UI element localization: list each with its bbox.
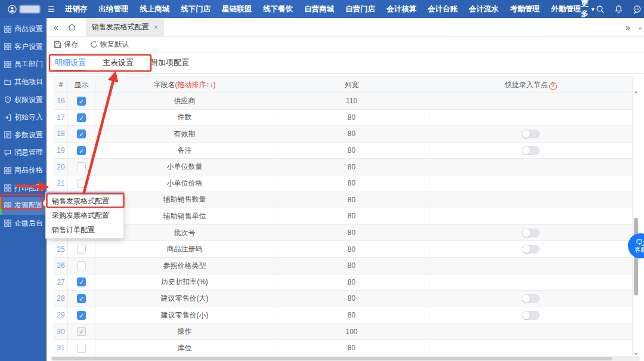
column-width-cell[interactable]: 80 xyxy=(274,192,429,208)
expand-tabs-icon[interactable]: » xyxy=(626,23,629,32)
quick-entry-toggle[interactable] xyxy=(522,146,540,155)
topnav-item[interactable]: 线下门店 xyxy=(181,4,210,14)
show-checkbox[interactable] xyxy=(77,245,86,254)
close-tab-icon[interactable]: × xyxy=(154,23,159,32)
horizontal-scroll-thumb[interactable] xyxy=(52,357,612,360)
topnav-item[interactable]: 出纳管理 xyxy=(98,4,128,14)
topnav-item[interactable]: 会计核算 xyxy=(386,4,416,14)
sidebar-item-客户设置[interactable]: 客户设置 xyxy=(0,38,47,56)
field-name-cell[interactable]: 操作 xyxy=(95,323,274,340)
column-width-cell[interactable]: 80 xyxy=(274,257,429,274)
field-name-cell[interactable]: 有效期 xyxy=(95,126,274,143)
menu-item-销售订单配置[interactable]: 销售订单配置 xyxy=(46,223,123,237)
topnav-item[interactable]: 线上商城 xyxy=(140,4,169,14)
show-checkbox[interactable] xyxy=(77,261,86,270)
show-checkbox[interactable] xyxy=(77,311,86,320)
message-chat-icon[interactable] xyxy=(633,5,642,14)
show-checkbox[interactable] xyxy=(77,162,86,171)
sidebar-item-打印配置[interactable]: 打印配置 xyxy=(0,179,47,197)
quick-entry-toggle[interactable] xyxy=(522,311,540,320)
show-checkbox[interactable] xyxy=(77,344,86,353)
show-checkbox[interactable] xyxy=(77,129,86,138)
field-name-cell[interactable]: 小单位价格 xyxy=(95,175,274,192)
show-checkbox[interactable] xyxy=(77,97,86,106)
column-width-cell[interactable]: 80 xyxy=(274,340,429,356)
column-width-cell[interactable]: 80 xyxy=(274,175,429,192)
field-name-cell[interactable]: 件数 xyxy=(95,109,274,126)
header-field-name[interactable]: 字段名(拖动排序↑↓) xyxy=(95,77,274,93)
restore-default-button[interactable]: 恢复默认 xyxy=(90,39,129,50)
topnav-item[interactable]: 考勤管理 xyxy=(510,4,540,14)
show-checkbox[interactable] xyxy=(77,113,86,122)
column-width-cell[interactable]: 80 xyxy=(274,208,429,225)
open-document-tab[interactable]: 销售发票格式配置 × xyxy=(86,18,165,37)
show-checkbox[interactable] xyxy=(77,277,86,286)
column-width-cell[interactable]: 80 xyxy=(274,224,429,241)
tab-list-dropdown-icon[interactable]: ⌄ xyxy=(637,23,643,31)
sidebar-item-企微后台[interactable]: 企微后台 xyxy=(0,215,47,233)
field-name-cell[interactable]: 建议零售价(大) xyxy=(95,291,274,307)
sidebar-item-权限设置[interactable]: ?权限设置 xyxy=(0,91,47,109)
user-account-area[interactable] xyxy=(8,5,40,14)
sidebar-item-初始导入[interactable]: 初始导入 xyxy=(0,109,47,126)
field-name-cell[interactable]: 库位 xyxy=(95,340,274,356)
column-width-cell[interactable]: 100 xyxy=(274,323,429,340)
column-width-cell[interactable]: 80 xyxy=(274,291,429,307)
sidebar-item-其他项目[interactable]: 其他项目 xyxy=(0,73,47,91)
show-checkbox[interactable] xyxy=(77,294,86,303)
quick-entry-toggle[interactable] xyxy=(522,129,540,138)
field-name-cell[interactable]: 小单位数量 xyxy=(95,159,274,175)
sidebar-item-商品设置[interactable]: 商品设置 xyxy=(0,20,47,38)
menu-item-销售发票格式配置[interactable]: 销售发票格式配置 xyxy=(46,194,123,208)
quick-entry-toggle[interactable] xyxy=(522,294,540,303)
column-width-cell[interactable]: 80 xyxy=(274,274,429,291)
field-name-cell[interactable]: 商品注册码 xyxy=(95,241,274,258)
collapse-sidebar-icon[interactable]: « xyxy=(54,23,58,32)
topnav-more-dropdown[interactable]: 更多▼ xyxy=(581,0,595,19)
column-width-cell[interactable]: 80 xyxy=(274,159,429,175)
topnav-item[interactable]: 线下餐饮 xyxy=(263,4,293,14)
quick-entry-toggle[interactable] xyxy=(522,229,540,237)
column-width-cell[interactable]: 110 xyxy=(274,93,429,110)
save-button[interactable]: 保存 xyxy=(54,39,78,50)
help-question-icon[interactable]: ? xyxy=(549,82,557,90)
home-icon[interactable] xyxy=(67,23,76,32)
notification-bell-icon[interactable] xyxy=(614,5,623,14)
column-width-cell[interactable]: 80 xyxy=(274,241,429,258)
field-name-cell[interactable]: 历史折扣率(%) xyxy=(95,274,274,291)
scroll-down-icon[interactable]: ▼ xyxy=(634,352,638,356)
subtab-主表设置[interactable]: 主表设置 xyxy=(103,52,134,74)
field-name-cell[interactable]: 备注 xyxy=(95,142,274,159)
show-checkbox[interactable] xyxy=(77,327,86,336)
sidebar-item-参数设置[interactable]: 参数设置 xyxy=(0,126,47,144)
subtab-附加项配置[interactable]: 附加项配置 xyxy=(150,52,189,74)
topnav-item[interactable]: 自营商城 xyxy=(304,4,334,14)
topnav-item[interactable]: 会计台账 xyxy=(428,4,457,14)
topnav-item[interactable]: 外勤管理 xyxy=(551,4,581,14)
scroll-up-icon[interactable]: ▲ xyxy=(634,90,638,94)
sidebar-item-发票配置[interactable]: 发票配置 xyxy=(0,197,47,215)
sidebar-item-商品价格[interactable]: 商品价格 xyxy=(0,162,47,180)
vertical-scrollbar[interactable]: ▲ ▼ xyxy=(633,90,639,358)
topnav-item[interactable]: 会计流水 xyxy=(469,4,499,14)
topnav-item[interactable]: 自营门店 xyxy=(345,4,375,14)
menu-item-采购发票格式配置[interactable]: 采购发票格式配置 xyxy=(46,208,123,223)
field-name-cell[interactable]: 参照价格类型 xyxy=(95,257,274,274)
search-icon[interactable] xyxy=(596,5,605,14)
sidebar-item-员工部门[interactable]: 员工部门 xyxy=(0,55,47,73)
horizontal-scrollbar[interactable] xyxy=(50,356,640,361)
column-width-cell[interactable]: 80 xyxy=(274,126,429,143)
show-checkbox[interactable] xyxy=(77,179,86,188)
sidebar-item-消息管理[interactable]: 消息管理 xyxy=(0,144,47,162)
column-width-cell[interactable]: 80 xyxy=(274,109,429,126)
quick-entry-toggle[interactable] xyxy=(522,245,540,254)
hamburger-menu-icon[interactable]: ☰ xyxy=(48,5,55,14)
subtab-明细设置[interactable]: 明细设置 xyxy=(55,52,86,74)
field-name-cell[interactable]: 建议零售价(小) xyxy=(95,307,274,323)
column-width-cell[interactable]: 80 xyxy=(274,307,429,323)
show-checkbox[interactable] xyxy=(77,146,86,155)
column-width-cell[interactable]: 80 xyxy=(274,142,429,159)
topnav-item[interactable]: 进销存 xyxy=(65,4,88,14)
field-name-cell[interactable]: 供应商 xyxy=(95,93,274,110)
topnav-item[interactable]: 星链联盟 xyxy=(222,4,252,14)
